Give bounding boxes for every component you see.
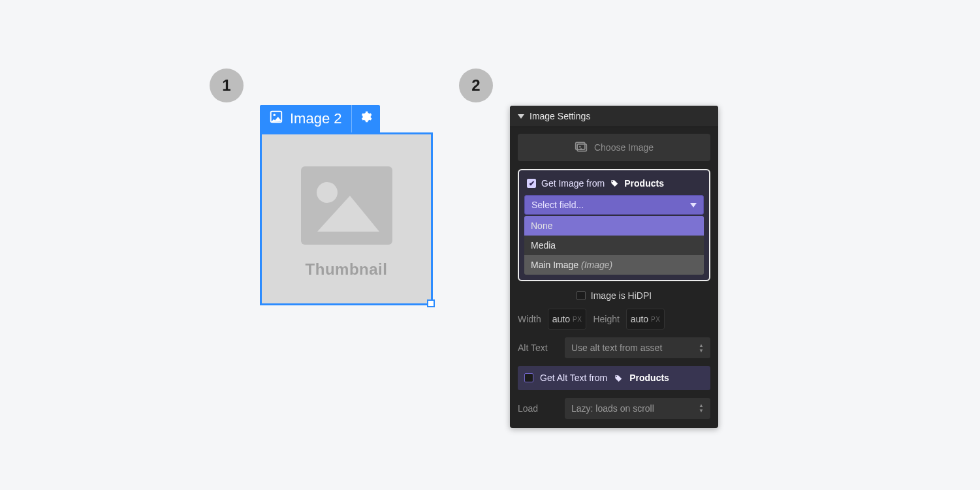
gear-icon: [359, 110, 372, 127]
image-placeholder[interactable]: Thumbnail: [260, 132, 433, 305]
step-badge-2: 2: [459, 69, 493, 102]
load-label: Load: [518, 403, 557, 414]
hidpi-row[interactable]: Image is HiDPI: [518, 289, 710, 301]
tag-icon: [614, 373, 623, 383]
get-image-from-label: Get Image from: [541, 178, 605, 189]
alt-bind-collection: Products: [629, 373, 669, 383]
field-option-main-image[interactable]: Main Image (Image): [524, 255, 704, 275]
image-settings-panel: Image Settings Choose Image ✔ Get Image …: [510, 106, 718, 428]
panel-header[interactable]: Image Settings: [510, 106, 718, 127]
hidpi-checkbox[interactable]: [577, 291, 586, 300]
choose-image-button[interactable]: Choose Image: [518, 134, 710, 161]
image-stack-icon: [575, 141, 588, 155]
field-select-placeholder: Select field...: [531, 200, 584, 210]
caret-down-icon: [518, 114, 524, 119]
selected-element-label: Image 2: [290, 110, 342, 127]
width-input[interactable]: auto PX: [548, 309, 587, 329]
stepper-icon: ▲▼: [699, 343, 704, 353]
alt-text-row: Alt Text Use alt text from asset ▲▼: [518, 337, 710, 358]
get-alt-text-from-row[interactable]: Get Alt Text from Products: [518, 366, 710, 390]
tag-icon: [610, 178, 619, 189]
bind-checkbox-checked[interactable]: ✔: [527, 179, 536, 188]
alt-bind-checkbox[interactable]: [524, 373, 533, 382]
get-alt-text-from-label: Get Alt Text from: [540, 373, 607, 383]
image-icon: [269, 110, 283, 128]
stepper-icon: ▲▼: [699, 403, 704, 413]
selected-element-label-bar: Image 2: [260, 105, 380, 132]
height-unit: PX: [651, 316, 660, 323]
load-select[interactable]: Lazy: loads on scroll ▲▼: [565, 398, 710, 419]
alt-text-select[interactable]: Use alt text from asset ▲▼: [565, 337, 710, 358]
load-value: Lazy: loads on scroll: [571, 403, 654, 414]
width-unit: PX: [573, 316, 582, 323]
field-dropdown: None Media Main Image (Image): [524, 216, 704, 275]
load-row: Load Lazy: loads on scroll ▲▼: [518, 398, 710, 419]
svg-point-1: [273, 114, 276, 116]
field-option-main-image-label: Main Image: [531, 260, 578, 270]
field-option-main-image-type: (Image): [581, 260, 612, 270]
height-input[interactable]: auto PX: [626, 309, 665, 329]
step-badge-1: 1: [210, 69, 244, 102]
selected-element[interactable]: Image 2 Thumbnail: [260, 105, 433, 305]
alt-text-label: Alt Text: [518, 343, 557, 353]
choose-image-label: Choose Image: [594, 142, 654, 153]
width-label: Width: [518, 314, 541, 324]
element-settings-button[interactable]: [351, 105, 380, 132]
bind-collection-name: Products: [624, 178, 664, 189]
image-binding-section: ✔ Get Image from Products Select field..…: [518, 169, 710, 281]
field-option-media[interactable]: Media: [524, 236, 704, 255]
field-option-none[interactable]: None: [524, 216, 704, 236]
svg-point-3: [317, 182, 338, 203]
height-value: auto: [631, 314, 648, 324]
field-select[interactable]: Select field...: [524, 195, 704, 215]
width-value: auto: [552, 314, 570, 324]
chevron-down-icon: [690, 203, 697, 207]
placeholder-image-icon: [294, 160, 399, 251]
resize-handle[interactable]: [427, 299, 435, 307]
panel-title: Image Settings: [530, 111, 590, 121]
dimensions-row: Width auto PX Height auto PX: [518, 309, 710, 329]
hidpi-label: Image is HiDPI: [591, 290, 652, 301]
alt-text-value: Use alt text from asset: [571, 343, 662, 353]
height-label: Height: [593, 314, 619, 324]
svg-point-7: [579, 145, 581, 147]
get-image-from-row[interactable]: ✔ Get Image from Products: [524, 176, 704, 195]
placeholder-text: Thumbnail: [306, 260, 388, 279]
